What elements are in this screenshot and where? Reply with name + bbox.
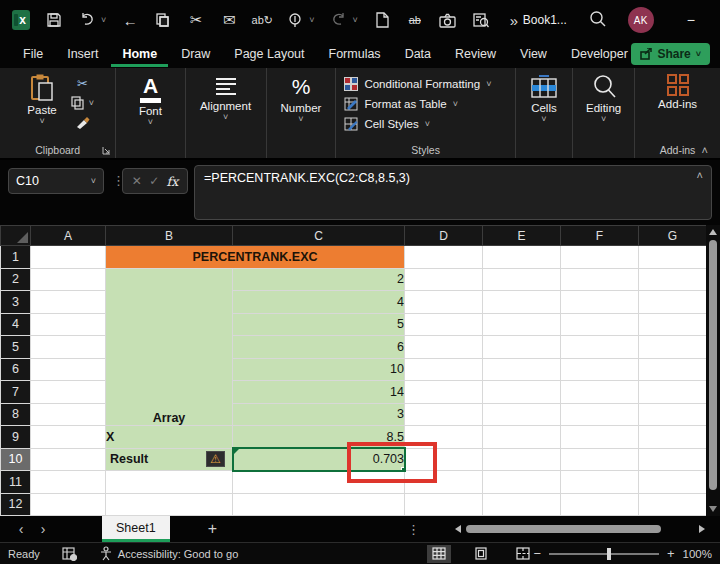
more-commands-icon[interactable]: » — [505, 11, 523, 29]
cells-dropdown-icon[interactable]: ˅ — [541, 116, 546, 123]
editing-button[interactable]: Editing ˅ — [580, 74, 627, 123]
cell-e8[interactable] — [483, 403, 561, 426]
cell-x-label[interactable]: X — [106, 426, 233, 449]
cell-e2[interactable] — [483, 268, 561, 291]
copy-icon[interactable] — [154, 11, 172, 29]
view-page-layout-button[interactable] — [469, 545, 493, 563]
scroll-up-icon[interactable] — [709, 229, 717, 235]
back-icon[interactable]: ← — [121, 11, 139, 29]
cell-e9[interactable] — [483, 426, 561, 449]
excel-logo-icon[interactable]: x — [12, 11, 30, 29]
cell-e6[interactable] — [483, 358, 561, 381]
cell-f5[interactable] — [561, 336, 639, 359]
ribbon-tab-data[interactable]: Data — [394, 42, 442, 67]
cell-f4[interactable] — [561, 313, 639, 336]
cell-f8[interactable] — [561, 403, 639, 426]
row-header-5[interactable]: 5 — [1, 336, 31, 359]
paste-button[interactable]: Paste ˅ — [21, 74, 62, 129]
zoom-slider[interactable] — [549, 553, 659, 555]
cell-d3[interactable] — [405, 291, 483, 314]
insert-function-icon[interactable]: fx — [167, 174, 179, 189]
cell-a2[interactable] — [31, 268, 106, 291]
cell-f2[interactable] — [561, 268, 639, 291]
cell-g6[interactable] — [639, 358, 707, 381]
column-header-e[interactable]: E — [483, 226, 561, 246]
email-icon[interactable]: ✉ — [220, 11, 238, 29]
zoom-in-button[interactable]: + — [667, 546, 675, 561]
cell-f6[interactable] — [561, 358, 639, 381]
scroll-down-icon[interactable] — [709, 506, 717, 512]
search-icon[interactable] — [589, 10, 606, 31]
addins-button[interactable]: Add-ins — [652, 74, 703, 110]
alignment-button[interactable]: Alignment ˅ — [194, 74, 257, 121]
undo-icon[interactable] — [78, 11, 96, 29]
ribbon-tab-page-layout[interactable]: Page Layout — [223, 42, 315, 67]
cell-g7[interactable] — [639, 381, 707, 404]
cell-array-value-5[interactable]: 10 — [233, 358, 405, 381]
ribbon-tab-review[interactable]: Review — [444, 42, 507, 67]
lookup-icon[interactable] — [472, 11, 490, 29]
cell-f3[interactable] — [561, 291, 639, 314]
horizontal-scroll-thumb[interactable] — [466, 525, 661, 533]
ribbon-tab-insert[interactable]: Insert — [56, 42, 109, 67]
zoom-out-button[interactable]: − — [533, 546, 541, 561]
cell-g3[interactable] — [639, 291, 707, 314]
cell-b12[interactable] — [106, 493, 233, 516]
new-file-icon[interactable] — [373, 11, 391, 29]
copy-ribbon-icon[interactable] — [71, 96, 85, 110]
row-header-7[interactable]: 7 — [1, 381, 31, 404]
minimize-button[interactable]: − — [676, 12, 706, 28]
cell-d2[interactable] — [405, 268, 483, 291]
cell-array-value-7[interactable]: 3 — [233, 403, 405, 426]
cell-f11[interactable] — [561, 471, 639, 494]
sheet-options-icon[interactable]: ⋮ — [407, 522, 420, 537]
scroll-right-icon[interactable] — [699, 525, 705, 533]
view-normal-button[interactable] — [427, 545, 451, 563]
cells-button[interactable]: Cells ˅ — [525, 74, 563, 123]
cell-e5[interactable] — [483, 336, 561, 359]
cell-a5[interactable] — [31, 336, 106, 359]
view-page-break-button[interactable] — [511, 545, 535, 563]
cell-f7[interactable] — [561, 381, 639, 404]
number-dropdown-icon[interactable]: ˅ — [298, 116, 303, 123]
cell-array-value-2[interactable]: 4 — [233, 291, 405, 314]
account-avatar[interactable]: AK — [628, 7, 654, 33]
format-as-table-button[interactable]: Format as Table ˅ — [344, 97, 491, 111]
camera-icon[interactable] — [439, 11, 457, 29]
vertical-scroll-thumb[interactable] — [709, 240, 717, 490]
macro-record-icon[interactable] — [62, 547, 77, 561]
cell-d8[interactable] — [405, 403, 483, 426]
row-header-3[interactable]: 3 — [1, 291, 31, 314]
cell-array-label[interactable]: Array — [106, 268, 233, 426]
cell-g5[interactable] — [639, 336, 707, 359]
cell-a10[interactable] — [31, 448, 106, 471]
copy-dropdown-icon[interactable]: ˅ — [89, 100, 94, 107]
cell-styles-button[interactable]: Cell Styles ˅ — [344, 117, 491, 131]
cell-array-value-6[interactable]: 14 — [233, 381, 405, 404]
ribbon-tab-home[interactable]: Home — [111, 42, 168, 67]
cell-d7[interactable] — [405, 381, 483, 404]
cell-g8[interactable] — [639, 403, 707, 426]
cell-e12[interactable] — [483, 493, 561, 516]
cell-array-value-4[interactable]: 6 — [233, 336, 405, 359]
cell-e1[interactable] — [483, 246, 561, 269]
cell-a9[interactable] — [31, 426, 106, 449]
cell-a6[interactable] — [31, 358, 106, 381]
add-sheet-button[interactable]: + — [208, 520, 217, 538]
cell-a12[interactable] — [31, 493, 106, 516]
vertical-scrollbar[interactable] — [706, 225, 720, 516]
accessibility-status[interactable]: Accessibility: Good to go — [118, 548, 238, 560]
ribbon-tab-view[interactable]: View — [509, 42, 558, 67]
cell-title[interactable]: PERCENTRANK.EXC — [106, 246, 405, 269]
touch-mode-icon[interactable] — [286, 11, 304, 29]
cell-d1[interactable] — [405, 246, 483, 269]
number-button[interactable]: % Number ˅ — [275, 74, 328, 123]
font-button[interactable]: A Font ˅ — [133, 74, 168, 126]
sheet-tab-sheet1[interactable]: Sheet1 — [102, 516, 170, 542]
row-header-8[interactable]: 8 — [1, 403, 31, 426]
paste-dropdown-icon[interactable]: ˅ — [39, 118, 44, 125]
zoom-slider-thumb[interactable] — [607, 548, 611, 560]
column-header-a[interactable]: A — [31, 226, 106, 246]
cell-array-value-3[interactable]: 5 — [233, 313, 405, 336]
cell-g12[interactable] — [639, 493, 707, 516]
